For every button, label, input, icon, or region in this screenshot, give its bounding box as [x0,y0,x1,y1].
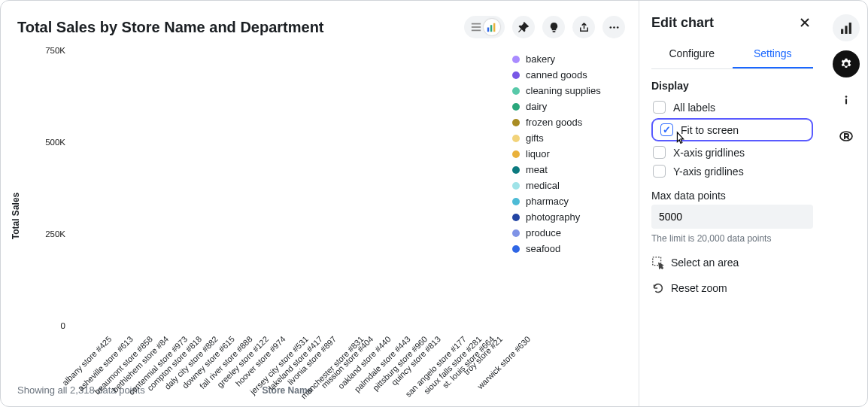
select-area-button[interactable]: Select an area [651,256,813,269]
action-label: Select an area [671,257,739,269]
legend-swatch [512,166,520,174]
svg-rect-10 [841,29,843,33]
right-rail [825,1,867,406]
legend-item[interactable]: dairy [512,101,625,112]
legend-item[interactable]: pharmacy [512,196,625,207]
legend-swatch [512,229,520,237]
y-tick: 750K [35,46,65,55]
chart[interactable]: Total Sales 750K500K250K0 albany store #… [17,46,503,375]
y-tick: 0 [35,321,65,330]
legend-swatch [512,119,520,126]
panel-title: Edit chart [651,15,714,31]
info-icon[interactable] [833,87,860,114]
legend-swatch [512,135,520,142]
checkbox-y-gridlines[interactable]: Y-axis gridlines [651,162,813,181]
checkbox-icon [653,165,666,178]
legend-label: cleaning supplies [526,85,601,96]
toolbar [464,16,625,38]
legend-swatch [512,103,520,111]
y-tick: 500K [35,138,65,147]
legend-label: bakery [526,53,555,65]
legend-label: seafood [526,243,560,254]
checkbox-icon [653,101,666,114]
legend-swatch [512,87,520,95]
legend-swatch [512,71,520,79]
legend-swatch [512,214,520,221]
y-axis-label: Total Sales [11,193,21,239]
legend-item[interactable]: medical [512,180,625,191]
share-button[interactable] [572,16,595,38]
legend-swatch [512,56,520,63]
legend-label: canned goods [526,69,587,80]
action-label: Reset zoom [671,282,727,294]
legend-item[interactable]: meat [512,164,625,175]
y-tick: 250K [35,229,65,238]
legend-label: dairy [526,101,547,112]
svg-rect-5 [493,23,495,31]
close-panel-button[interactable] [797,14,813,31]
svg-point-8 [616,26,618,29]
legend-swatch [512,150,520,158]
legend-item[interactable]: photography [512,211,625,223]
cursor-icon [672,130,689,150]
checkbox-label: Fit to screen [681,124,739,136]
svg-rect-3 [487,27,489,32]
reset-zoom-button[interactable]: Reset zoom [651,281,813,295]
chart-panel: Total Sales by Store Name and Department [1,1,639,406]
view-toggle[interactable] [464,16,505,38]
legend-label: gifts [526,132,544,144]
max-points-input[interactable] [651,205,813,229]
legend-swatch [512,198,520,205]
svg-rect-11 [845,26,847,34]
legend-item[interactable]: cleaning supplies [512,85,625,96]
svg-point-6 [609,26,612,29]
checkbox-icon [653,146,666,159]
legend-swatch [512,182,520,190]
legend-item[interactable]: produce [512,227,625,238]
svg-rect-14 [845,99,847,104]
lightbulb-button[interactable] [542,16,565,38]
r-icon[interactable] [833,123,860,150]
gear-icon[interactable] [833,50,860,77]
table-view-icon[interactable] [469,20,483,34]
max-points-label: Max data points [651,190,813,202]
legend-item[interactable]: seafood [512,243,625,254]
chart-view-icon[interactable] [484,19,500,35]
svg-point-7 [613,26,615,29]
more-button[interactable] [602,16,625,38]
max-points-hint: The limit is 20,000 data points [651,233,813,244]
svg-rect-0 [471,23,480,25]
pin-button[interactable] [512,16,535,38]
legend-label: liquor [526,148,550,159]
legend-label: produce [526,227,561,238]
checkbox-all-labels[interactable]: All labels [651,98,813,117]
bar-chart-icon[interactable] [833,14,860,41]
legend-item[interactable]: gifts [512,132,625,144]
svg-rect-1 [471,26,480,28]
legend-item[interactable]: bakery [512,53,625,65]
legend-label: pharmacy [526,196,569,207]
legend: bakerycanned goodscleaning suppliesdairy… [512,53,625,375]
svg-rect-4 [490,25,492,32]
edit-chart-panel: Edit chart Configure Settings Display Al… [639,1,825,406]
page-title: Total Sales by Store Name and Department [17,19,324,36]
svg-point-13 [845,96,848,98]
legend-item[interactable]: canned goods [512,69,625,80]
legend-label: meat [526,164,548,175]
svg-rect-12 [848,23,851,34]
legend-label: frozen goods [526,117,582,128]
checkbox-icon [660,123,673,136]
legend-item[interactable]: frozen goods [512,117,625,128]
display-section-label: Display [651,80,813,92]
legend-label: photography [526,211,580,223]
legend-item[interactable]: liquor [512,148,625,159]
tab-configure[interactable]: Configure [651,41,733,68]
legend-swatch [512,245,520,253]
legend-label: medical [526,180,560,191]
checkbox-label: All labels [673,102,715,114]
checkbox-label: Y-axis gridlines [673,166,744,178]
svg-rect-2 [471,30,480,32]
checkbox-fit-to-screen[interactable]: Fit to screen [651,118,813,141]
tab-settings[interactable]: Settings [733,41,814,68]
